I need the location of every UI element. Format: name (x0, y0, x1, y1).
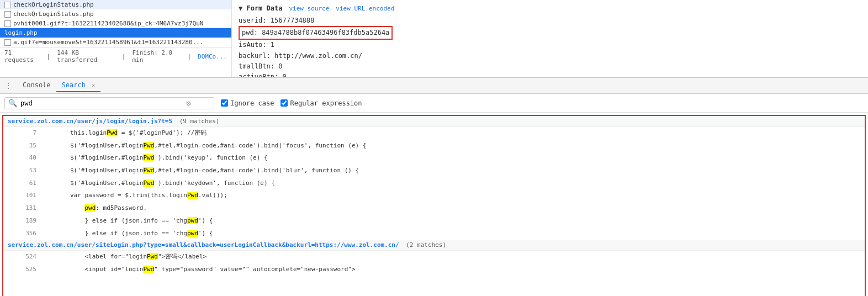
form-data-panel: ▼ Form Data view source view URL encoded… (232, 0, 868, 77)
result-line[interactable]: 61 $('#loginUser,#loginPwd').bind('keydo… (3, 177, 865, 190)
match-highlight: pwd (187, 217, 198, 224)
dom-content-link[interactable]: DOMCo... (198, 53, 227, 60)
form-data-row: isAuto: 1 (239, 40, 861, 50)
match-highlight: Pwd (143, 167, 154, 174)
file-checkbox[interactable] (4, 20, 11, 27)
transferred-size: 144 KB transferred (57, 49, 115, 64)
search-clear-icon[interactable]: ⊗ (186, 99, 190, 108)
separator2: | (122, 53, 126, 60)
result-line[interactable]: 101 var password = $.trim(this.loginPwd.… (3, 189, 865, 202)
match-highlight: pwd (187, 230, 198, 237)
result-line[interactable]: 356 } else if (json.info == 'chgpwd') { (3, 228, 865, 240)
match-highlight: pwd (84, 204, 96, 212)
search-icon: 🔍 (8, 99, 17, 107)
ignore-case-option[interactable]: Ignore case (221, 99, 274, 107)
result-line[interactable]: 524 <label for="loginPwd">密码</label> (3, 251, 865, 263)
form-data-row: activeBtn: 0 (239, 72, 861, 77)
separator1: | (47, 53, 51, 60)
result-line[interactable]: 525 <input id="loginPwd" type="password"… (3, 263, 865, 276)
form-data-title: ▼ Form Data (239, 4, 282, 12)
three-dots: ⋮ (4, 81, 13, 90)
file-checkbox[interactable] (4, 39, 11, 46)
file-item[interactable]: login.php (0, 28, 231, 38)
match-highlight: Pwd (107, 129, 118, 136)
file-list: checkQrLoginStatus.phpcheckQrLoginStatus… (0, 0, 231, 47)
file-item[interactable]: checkQrLoginStatus.php (0, 0, 231, 9)
match-highlight: Pwd (187, 192, 198, 199)
result-line[interactable]: 189 } else if (json.info == 'chgpwd') { (3, 215, 865, 228)
form-data-row: backurl: http://www.zol.com.cn/ (239, 51, 861, 61)
results-panel: service.zol.com.cn/user/js/login/login.j… (2, 115, 866, 296)
result-line[interactable]: 131 pwd: md5Password, (3, 202, 865, 215)
view-url-encoded-link[interactable]: view URL encoded (336, 5, 394, 12)
network-file-list: checkQrLoginStatus.phpcheckQrLoginStatus… (0, 0, 232, 77)
form-fields: userid: 15677734888pwd: 849a4788b8f07463… (239, 15, 861, 77)
result-line[interactable]: 53 $('#loginUser,#loginPwd,#tel,#login-c… (3, 165, 865, 177)
search-input-wrapper: 🔍 ⊗ (4, 97, 214, 109)
match-highlight: Pwd (143, 179, 154, 187)
status-bar: 71 requests | 144 KB transferred | Finis… (0, 47, 231, 65)
file-item[interactable]: a.gif?e=mousemove&t=1632211458961&t1=163… (0, 38, 231, 47)
tab-console[interactable]: Console (17, 79, 56, 92)
regex-option[interactable]: Regular expression (280, 99, 362, 107)
result-line[interactable]: 40 $('#loginUser,#loginPwd').bind('keyup… (3, 152, 865, 165)
tab-search[interactable]: Search × (56, 79, 101, 92)
result-file-header[interactable]: service.zol.com.cn/user/siteLogin.php?ty… (3, 240, 865, 251)
top-panel: checkQrLoginStatus.phpcheckQrLoginStatus… (0, 0, 868, 77)
file-item[interactable]: checkQrLoginStatus.php (0, 9, 231, 19)
ignore-case-checkbox[interactable] (221, 99, 228, 107)
result-line[interactable]: 35 $('#loginUser,#loginPwd,#tel,#login-c… (3, 140, 865, 152)
match-highlight: Pwd (143, 266, 154, 273)
form-data-header: ▼ Form Data view source view URL encoded (239, 4, 861, 12)
file-checkbox[interactable] (4, 2, 11, 8)
tab-close-icon[interactable]: × (92, 82, 95, 88)
match-highlight: Pwd (143, 154, 154, 161)
result-line[interactable]: 7 this.loginPwd = $('#loginPwd'); //密码 (3, 127, 865, 140)
form-data-row: userid: 15677734888 (239, 15, 861, 26)
file-checkbox[interactable] (4, 11, 11, 18)
separator3: | (187, 53, 191, 60)
form-data-row: tmallBtn: 0 (239, 61, 861, 72)
search-input[interactable] (20, 99, 186, 107)
regex-checkbox[interactable] (280, 99, 288, 107)
requests-count: 71 requests (4, 49, 40, 64)
match-highlight: Pwd (143, 142, 154, 149)
form-data-row: pwd: 849a4788b8f07463496f83fdb5a5264a (239, 26, 861, 40)
view-source-link[interactable]: view source (289, 5, 329, 12)
file-item[interactable]: pvhit0001.gif?t=1632211423402688&ip_ck=4… (0, 19, 231, 28)
match-highlight: Pwd (147, 253, 158, 260)
finish-time: Finish: 2.0 min (132, 49, 181, 64)
search-bar: 🔍 ⊗ Ignore case Regular expression (0, 94, 868, 113)
bottom-tabs: ⋮ Console Search × (0, 77, 868, 94)
result-file-header[interactable]: service.zol.com.cn/user/js/login/login.j… (3, 116, 865, 127)
